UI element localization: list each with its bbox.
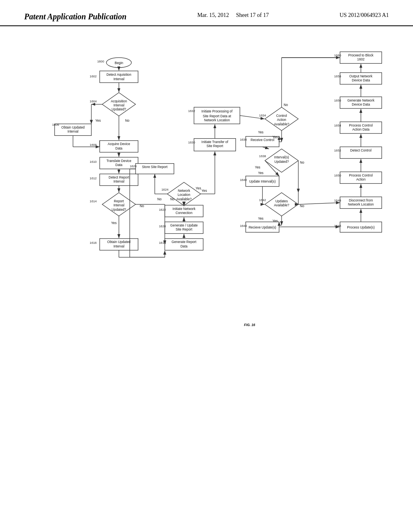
svg-text:Available?: Available?: [274, 123, 289, 126]
patent-title: Patent Application Publication: [24, 12, 127, 21]
svg-text:Initiate Processing of: Initiate Processing of: [201, 110, 232, 113]
flowchart-container: text { font-family: Arial, sans-serif; f…: [0, 34, 413, 397]
svg-text:1616: 1616: [90, 241, 96, 245]
svg-text:Yes: Yes: [95, 119, 100, 123]
svg-text:Action: Action: [356, 178, 365, 181]
svg-text:Update Interval(s): Update Interval(s): [249, 180, 276, 183]
flowchart-svg: text { font-family: Arial, sans-serif; f…: [0, 34, 413, 397]
svg-text:1640: 1640: [240, 178, 247, 182]
svg-text:1602: 1602: [357, 58, 365, 61]
svg-text:No: No: [140, 204, 144, 208]
svg-text:1600: 1600: [97, 60, 104, 63]
svg-text:Interval: Interval: [113, 245, 124, 248]
svg-text:Interval: Interval: [113, 77, 124, 81]
svg-text:Site Report Data at: Site Report Data at: [203, 114, 232, 118]
svg-text:1652: 1652: [334, 149, 341, 152]
svg-text:1656: 1656: [334, 99, 341, 102]
svg-text:1608: 1608: [90, 143, 96, 147]
svg-text:1660: 1660: [334, 54, 341, 57]
svg-text:1636: 1636: [240, 138, 247, 141]
svg-text:Yes: Yes: [258, 131, 263, 134]
svg-text:Generate Network: Generate Network: [347, 99, 375, 102]
svg-text:Action Data: Action Data: [352, 128, 369, 131]
svg-text:No: No: [284, 103, 288, 107]
svg-text:1658: 1658: [334, 75, 341, 78]
svg-text:Available?: Available?: [176, 197, 192, 201]
sheet-info: Sheet 17 of 17: [236, 12, 269, 18]
svg-text:Generate / Update: Generate / Update: [170, 224, 198, 227]
svg-text:Yes: Yes: [255, 166, 260, 169]
svg-text:Process Control: Process Control: [349, 124, 373, 127]
svg-text:No: No: [300, 161, 305, 164]
svg-text:Yes: Yes: [111, 221, 117, 225]
svg-text:Receive Control: Receive Control: [250, 138, 274, 142]
svg-text:Acquisition: Acquisition: [111, 100, 127, 103]
svg-text:1644: 1644: [240, 224, 247, 228]
svg-text:Process Update(s): Process Update(s): [347, 226, 375, 229]
svg-text:Device Data: Device Data: [352, 79, 370, 82]
svg-text:1604: 1604: [90, 100, 97, 103]
svg-text:Location: Location: [178, 193, 191, 197]
svg-text:Disconnect from: Disconnect from: [349, 199, 373, 202]
svg-text:1648: 1648: [334, 199, 341, 202]
svg-text:Acquire Device: Acquire Device: [108, 142, 130, 146]
svg-text:Yes: Yes: [272, 219, 277, 223]
svg-text:Action: Action: [277, 118, 286, 122]
svg-text:Interval: Interval: [113, 204, 124, 207]
svg-text:No: No: [157, 197, 162, 201]
svg-text:1650: 1650: [334, 174, 341, 177]
svg-text:Interval(s): Interval(s): [274, 156, 289, 159]
header-date-sheet: Mar. 15, 2012 Sheet 17 of 17: [197, 12, 269, 19]
svg-text:Data: Data: [180, 245, 188, 248]
svg-text:1614: 1614: [90, 200, 97, 203]
svg-text:Network: Network: [178, 189, 190, 193]
svg-text:Report: Report: [114, 200, 124, 203]
svg-text:Control: Control: [276, 114, 287, 118]
svg-text:Detect Control: Detect Control: [350, 149, 371, 152]
svg-text:Generate Report: Generate Report: [171, 240, 196, 244]
svg-text:1612: 1612: [90, 177, 96, 180]
svg-text:Begin: Begin: [115, 61, 123, 65]
publication-date: Mar. 15, 2012: [197, 12, 229, 18]
svg-text:1626: 1626: [130, 164, 137, 168]
svg-text:1654: 1654: [334, 124, 342, 127]
svg-text:Updated?: Updated?: [112, 208, 126, 212]
svg-text:Proceed to Block: Proceed to Block: [348, 54, 374, 57]
svg-text:Store Site Report: Store Site Report: [142, 165, 168, 169]
svg-text:1634: 1634: [259, 114, 266, 117]
svg-text:Interval: Interval: [113, 180, 124, 183]
svg-text:Network Location: Network Location: [348, 203, 374, 206]
svg-text:Available?: Available?: [274, 204, 289, 207]
svg-text:Obtain Updated: Obtain Updated: [61, 126, 85, 129]
svg-text:Updated?: Updated?: [112, 108, 126, 111]
svg-text:Output Network: Output Network: [349, 75, 373, 78]
svg-text:1638: 1638: [259, 154, 266, 158]
svg-text:Data: Data: [115, 147, 123, 150]
svg-text:1624: 1624: [161, 188, 169, 191]
svg-text:Recieve Update(s): Recieve Update(s): [248, 226, 276, 229]
svg-text:Yes: Yes: [196, 187, 201, 190]
svg-text:Interval: Interval: [67, 130, 78, 133]
svg-text:Initiate Transfer of: Initiate Transfer of: [202, 140, 229, 144]
svg-text:Yes: Yes: [258, 171, 263, 175]
svg-text:Detect Report: Detect Report: [108, 176, 129, 179]
svg-text:1602: 1602: [90, 75, 96, 78]
svg-text:Device Data: Device Data: [352, 103, 370, 106]
svg-text:Obtain Updated: Obtain Updated: [107, 240, 131, 244]
svg-text:1646: 1646: [334, 224, 341, 228]
svg-text:1630: 1630: [188, 141, 195, 144]
svg-text:Updates: Updates: [275, 200, 288, 203]
svg-text:No: No: [170, 197, 175, 201]
svg-text:Site Report: Site Report: [206, 144, 223, 148]
svg-text:Yes: Yes: [202, 189, 207, 193]
svg-text:Network Location: Network Location: [204, 118, 230, 122]
svg-text:Data: Data: [115, 163, 123, 167]
svg-text:Interval: Interval: [113, 104, 124, 107]
svg-text:1610: 1610: [90, 160, 96, 164]
patent-number: US 2012/0064923 A1: [340, 12, 389, 19]
svg-text:Updated?: Updated?: [274, 160, 289, 164]
svg-text:Yes: Yes: [272, 135, 277, 139]
svg-line-184: [298, 203, 340, 204]
svg-text:FIG. 16: FIG. 16: [244, 323, 255, 327]
svg-text:1632: 1632: [188, 109, 195, 113]
